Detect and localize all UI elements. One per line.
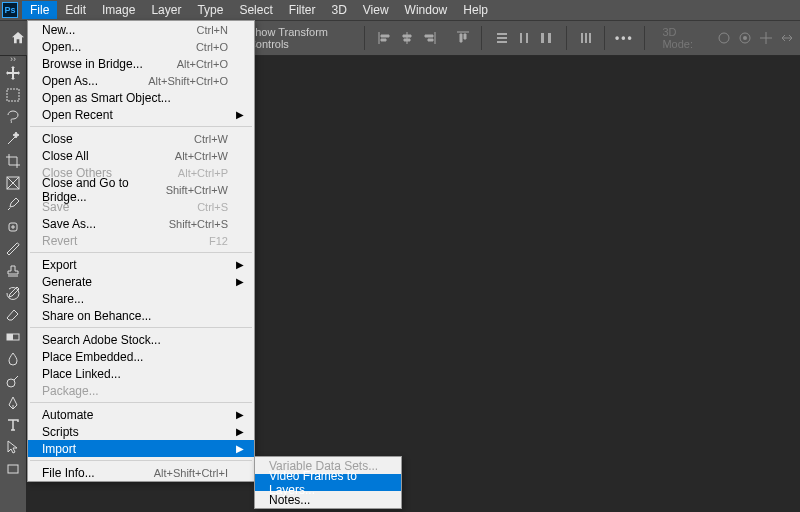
home-icon[interactable] <box>8 26 29 50</box>
blur-tool-icon[interactable] <box>0 348 26 370</box>
menu-item-share-on-behance[interactable]: Share on Behance... <box>28 307 254 324</box>
submenu-arrow-icon: ▶ <box>236 426 244 437</box>
eyedropper-tool-icon[interactable] <box>0 194 26 216</box>
menu-item-label: Place Embedded... <box>42 350 228 364</box>
menu-item-close[interactable]: CloseCtrl+W <box>28 130 254 147</box>
menu-item-label: Share... <box>42 292 228 306</box>
divider <box>566 26 567 50</box>
menu-item-scripts[interactable]: Scripts▶ <box>28 423 254 440</box>
menu-item-label: Scripts <box>42 425 228 439</box>
menu-3d[interactable]: 3D <box>323 1 354 19</box>
menu-item-search-adobe-stock[interactable]: Search Adobe Stock... <box>28 331 254 348</box>
svg-rect-2 <box>497 41 507 43</box>
menu-item-shortcut: Alt+Ctrl+O <box>177 58 228 70</box>
menu-type[interactable]: Type <box>189 1 231 19</box>
move-tool-icon[interactable] <box>0 62 26 84</box>
menu-item-open[interactable]: Open...Ctrl+O <box>28 38 254 55</box>
svg-rect-3 <box>520 33 522 43</box>
crop-tool-icon[interactable] <box>0 150 26 172</box>
type-tool-icon[interactable] <box>0 414 26 436</box>
app-icon: Ps <box>2 2 18 18</box>
lasso-tool-icon[interactable] <box>0 106 26 128</box>
menu-item-shortcut: Shift+Ctrl+S <box>169 218 228 230</box>
svg-rect-13 <box>7 89 19 101</box>
menu-item-open-as[interactable]: Open As...Alt+Shift+Ctrl+O <box>28 72 254 89</box>
3d-pan-icon[interactable] <box>758 28 775 48</box>
healing-tool-icon[interactable] <box>0 216 26 238</box>
eraser-tool-icon[interactable] <box>0 304 26 326</box>
brush-tool-icon[interactable] <box>0 238 26 260</box>
pen-tool-icon[interactable] <box>0 392 26 414</box>
overflow-icon[interactable]: ••• <box>615 31 634 45</box>
marquee-tool-icon[interactable] <box>0 84 26 106</box>
menu-item-browse-in-bridge[interactable]: Browse in Bridge...Alt+Ctrl+O <box>28 55 254 72</box>
menu-item-share[interactable]: Share... <box>28 290 254 307</box>
menu-item-label: Export <box>42 258 228 272</box>
path-select-tool-icon[interactable] <box>0 436 26 458</box>
svg-rect-1 <box>497 37 507 39</box>
3d-orbit-icon[interactable] <box>715 28 732 48</box>
dist-h-icon[interactable] <box>577 28 594 48</box>
wand-tool-icon[interactable] <box>0 128 26 150</box>
dist-bottom-icon[interactable] <box>536 28 556 48</box>
menu-item-place-linked[interactable]: Place Linked... <box>28 365 254 382</box>
menu-item-file-info[interactable]: File Info...Alt+Shift+Ctrl+I <box>28 464 254 481</box>
dist-vcenter-icon[interactable] <box>514 28 534 48</box>
dodge-tool-icon[interactable] <box>0 370 26 392</box>
menu-help[interactable]: Help <box>455 1 496 19</box>
menu-item-label: Open As... <box>42 74 148 88</box>
mode-3d-label: 3D Mode: <box>662 26 703 50</box>
align-top-icon[interactable] <box>454 28 471 48</box>
menu-view[interactable]: View <box>355 1 397 19</box>
3d-slide-icon[interactable] <box>779 28 796 48</box>
svg-rect-9 <box>589 33 591 43</box>
menu-select[interactable]: Select <box>231 1 280 19</box>
rectangle-tool-icon[interactable] <box>0 458 26 480</box>
menu-item-shortcut: Alt+Shift+Ctrl+I <box>154 467 228 479</box>
menu-item-open-as-smart-object[interactable]: Open as Smart Object... <box>28 89 254 106</box>
menu-item-close-and-go-to-bridge[interactable]: Close and Go to Bridge...Shift+Ctrl+W <box>28 181 254 198</box>
import-submenu: Variable Data Sets...Video Frames to Lay… <box>254 456 402 509</box>
menu-item-shortcut: Alt+Ctrl+P <box>178 167 228 179</box>
divider <box>481 26 482 50</box>
align-left-icon[interactable] <box>375 28 395 48</box>
menu-item-export[interactable]: Export▶ <box>28 256 254 273</box>
menu-layer[interactable]: Layer <box>143 1 189 19</box>
submenu-arrow-icon: ▶ <box>236 276 244 287</box>
menu-file[interactable]: File <box>22 1 57 19</box>
dist-top-icon[interactable] <box>492 28 512 48</box>
menu-filter[interactable]: Filter <box>281 1 324 19</box>
menu-item-label: Close <box>42 132 194 146</box>
svg-rect-17 <box>7 334 13 340</box>
menu-item-place-embedded[interactable]: Place Embedded... <box>28 348 254 365</box>
stamp-tool-icon[interactable] <box>0 260 26 282</box>
menu-item-close-all[interactable]: Close AllAlt+Ctrl+W <box>28 147 254 164</box>
menu-item-new[interactable]: New...Ctrl+N <box>28 21 254 38</box>
show-transform-label: Show Transform Controls <box>248 26 354 50</box>
menu-separator <box>30 327 252 328</box>
menu-item-generate[interactable]: Generate▶ <box>28 273 254 290</box>
menu-window[interactable]: Window <box>397 1 456 19</box>
menu-item-package: Package... <box>28 382 254 399</box>
menu-item-label: Automate <box>42 408 228 422</box>
history-brush-tool-icon[interactable] <box>0 282 26 304</box>
divider <box>604 26 605 50</box>
menu-item-label: Open as Smart Object... <box>42 91 228 105</box>
menu-image[interactable]: Image <box>94 1 143 19</box>
gradient-tool-icon[interactable] <box>0 326 26 348</box>
menu-edit[interactable]: Edit <box>57 1 94 19</box>
svg-point-12 <box>743 36 747 40</box>
frame-tool-icon[interactable] <box>0 172 26 194</box>
align-right-icon[interactable] <box>419 28 439 48</box>
menu-item-label: Save <box>42 200 197 214</box>
menu-item-open-recent[interactable]: Open Recent▶ <box>28 106 254 123</box>
3d-roll-icon[interactable] <box>737 28 754 48</box>
submenu-item-video-frames-to-layers[interactable]: Video Frames to Layers... <box>255 474 401 491</box>
menubar: Ps File Edit Image Layer Type Select Fil… <box>0 0 800 20</box>
menu-item-import[interactable]: Import▶ <box>28 440 254 457</box>
menu-item-label: Share on Behance... <box>42 309 228 323</box>
menu-item-label: File Info... <box>42 466 154 480</box>
menu-item-save-as[interactable]: Save As...Shift+Ctrl+S <box>28 215 254 232</box>
menu-item-automate[interactable]: Automate▶ <box>28 406 254 423</box>
align-hcenter-icon[interactable] <box>397 28 417 48</box>
